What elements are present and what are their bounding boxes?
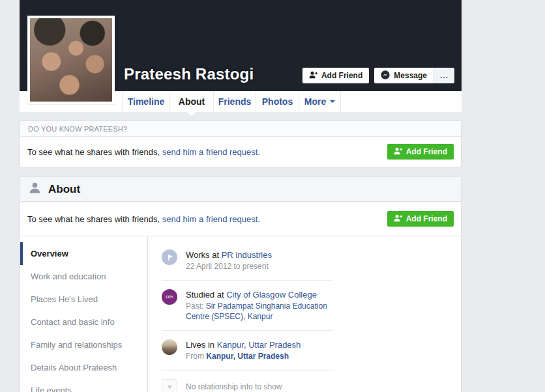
flag-icon — [162, 249, 177, 265]
tab-timeline-label: Timeline — [128, 96, 165, 107]
college-link[interactable]: City of Glasgow College — [226, 290, 317, 300]
tab-about-label: About — [179, 96, 205, 107]
tab-more[interactable]: More — [299, 91, 341, 112]
tab-photos[interactable]: Photos — [256, 91, 299, 112]
do-you-know-header: DO YOU KNOW PRATEESH? — [20, 121, 461, 137]
hometown-prefix: From — [186, 352, 206, 361]
friend-request-text: To see what he shares with friends, send… — [27, 147, 260, 157]
about-title: About — [48, 183, 80, 196]
profile-header-card: Prateesh Rastogi Add Friend — [20, 0, 462, 112]
work-title: Works at PR industries — [186, 249, 272, 260]
about-nav: Overview Work and education Places He's … — [20, 236, 148, 392]
do-you-know-card: DO YOU KNOW PRATEESH? To see what he sha… — [20, 120, 462, 167]
add-friend-button-cover[interactable]: Add Friend — [302, 68, 369, 83]
friend-request-message: To see what he shares with friends, — [27, 214, 160, 224]
person-plus-icon — [394, 214, 402, 224]
work-entry: Works at PR industries 22 April 2012 to … — [162, 249, 333, 281]
tab-more-label: More — [304, 96, 326, 107]
education-prefix: Studied at — [186, 290, 226, 300]
nav-item-work-education[interactable]: Work and education — [20, 265, 147, 288]
more-options-button[interactable]: ... — [434, 68, 454, 83]
tab-about[interactable]: About — [169, 91, 213, 112]
places-entry-text: Lives in Kanpur, Uttar Pradesh From Kanp… — [186, 339, 301, 361]
friend-request-link[interactable]: send him a friend request. — [162, 214, 260, 224]
places-entry: Lives in Kanpur, Uttar Pradesh From Kanp… — [162, 331, 333, 371]
hometown-line: From Kanpur, Uttar Pradesh — [186, 351, 301, 361]
education-entry-text: Studied at City of Glasgow College Past:… — [186, 289, 331, 322]
about-overview-content: Works at PR industries 22 April 2012 to … — [148, 236, 461, 392]
work-dates: 22 April 2012 to present — [186, 261, 272, 272]
relationship-entry: No relationship info to show — [162, 371, 333, 392]
messenger-icon — [381, 70, 390, 81]
nav-item-life-events[interactable]: Life events — [20, 379, 147, 392]
relationship-text: No relationship info to show — [186, 382, 282, 392]
profile-picture-image — [30, 18, 112, 102]
heart-icon — [162, 379, 177, 392]
profile-picture[interactable] — [27, 16, 115, 104]
nav-item-contact-basic-info[interactable]: Contact and basic info — [20, 311, 147, 333]
add-friend-label: Add Friend — [406, 147, 447, 156]
add-friend-button-about[interactable]: Add Friend — [387, 211, 454, 227]
lives-in-title: Lives in Kanpur, Uttar Pradesh — [186, 339, 301, 350]
past-school-link[interactable]: Sir Padampat Singhania Education Centre … — [186, 301, 327, 321]
message-label: Message — [394, 71, 427, 80]
cover-action-buttons: Add Friend Message ... — [302, 68, 454, 83]
education-past-prefix: Past: — [186, 301, 206, 311]
college-logo-icon: CITY — [162, 289, 177, 305]
hometown-link[interactable]: Kanpur, Uttar Pradesh — [206, 352, 289, 361]
education-entry: CITY Studied at City of Glasgow College … — [162, 281, 333, 331]
tab-photos-label: Photos — [262, 96, 293, 107]
friend-request-text: To see what he shares with friends, send… — [27, 214, 260, 224]
workplace-link[interactable]: PR industries — [222, 250, 272, 260]
message-button-group: Message ... — [374, 68, 454, 83]
work-entry-text: Works at PR industries 22 April 2012 to … — [186, 249, 272, 272]
message-button[interactable]: Message — [374, 68, 434, 83]
person-plus-icon — [309, 71, 317, 81]
about-card: About To see what he shares with friends… — [20, 176, 462, 392]
education-title: Studied at City of Glasgow College — [186, 289, 331, 300]
add-friend-label: Add Friend — [406, 214, 447, 223]
education-past: Past: Sir Padampat Singhania Education C… — [186, 301, 331, 322]
nav-item-places-lived[interactable]: Places He's Lived — [20, 288, 147, 311]
lives-in-prefix: Lives in — [186, 340, 217, 350]
ellipsis-icon: ... — [440, 71, 449, 80]
profile-name: Prateesh Rastogi — [124, 65, 254, 83]
nav-item-details[interactable]: Details About Prateesh — [20, 356, 147, 379]
main-column: Prateesh Rastogi Add Friend — [20, 0, 462, 392]
nav-item-overview[interactable]: Overview — [20, 242, 147, 265]
tab-friends-label: Friends — [218, 96, 252, 107]
tab-friends[interactable]: Friends — [213, 91, 256, 112]
friend-request-link[interactable]: send him a friend request. — [162, 147, 260, 157]
about-columns: Overview Work and education Places He's … — [20, 236, 461, 392]
work-prefix: Works at — [186, 250, 222, 260]
city-photo-icon — [162, 339, 177, 355]
person-plus-icon — [394, 147, 402, 157]
do-you-know-body: To see what he shares with friends, send… — [20, 137, 461, 167]
person-silhouette-icon — [28, 181, 42, 198]
tab-timeline[interactable]: Timeline — [122, 91, 169, 112]
add-friend-button-banner[interactable]: Add Friend — [387, 144, 454, 160]
friend-request-message: To see what he shares with friends, — [27, 147, 160, 157]
current-city-link[interactable]: Kanpur, Uttar Pradesh — [217, 340, 301, 350]
nav-item-family-relationships[interactable]: Family and relationships — [20, 333, 147, 356]
add-friend-label: Add Friend — [321, 71, 362, 80]
about-friend-request-row: To see what he shares with friends, send… — [20, 202, 461, 236]
caret-down-icon — [330, 100, 335, 103]
about-section-header: About — [20, 177, 461, 202]
